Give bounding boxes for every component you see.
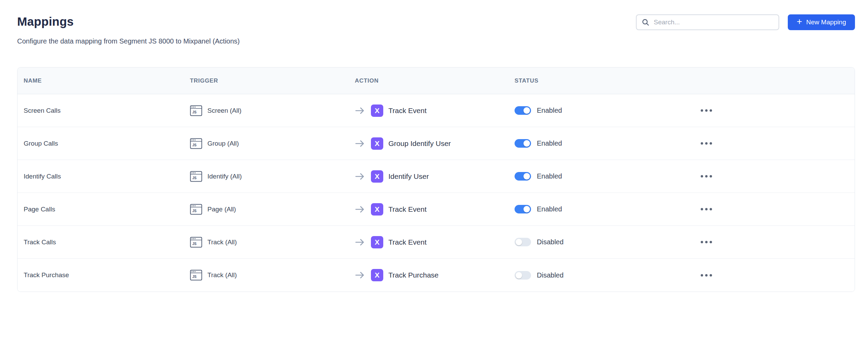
table-row: Track Calls JS Track (All) X Track Event…: [17, 226, 855, 259]
status-toggle[interactable]: [515, 238, 531, 246]
arrow-right-icon: [355, 238, 365, 246]
mapping-status: Disabled: [515, 238, 683, 246]
toggle-knob: [523, 206, 530, 212]
arrow-right-icon: [355, 172, 365, 181]
mapping-status: Enabled: [515, 205, 683, 213]
search-box[interactable]: [636, 14, 779, 30]
mapping-trigger: JS Identify (All): [190, 171, 355, 182]
status-label: Enabled: [537, 139, 562, 147]
mapping-name: Screen Calls: [24, 107, 190, 114]
status-label: Enabled: [537, 205, 562, 213]
action-label: Group Identify User: [388, 139, 451, 148]
status-label: Enabled: [537, 172, 562, 180]
ellipsis-icon: [701, 175, 703, 177]
mapping-trigger: JS Track (All): [190, 237, 355, 248]
status-toggle[interactable]: [515, 205, 531, 213]
status-toggle[interactable]: [515, 172, 531, 181]
action-label: Track Event: [388, 238, 426, 246]
toggle-knob: [516, 239, 522, 245]
search-input[interactable]: [654, 19, 774, 26]
mapping-name: Identify Calls: [24, 173, 190, 180]
new-mapping-label: New Mapping: [806, 19, 846, 26]
mapping-action: X Track Event: [355, 105, 515, 117]
mixpanel-icon: X: [371, 105, 383, 117]
row-menu-button[interactable]: [698, 238, 715, 246]
mapping-trigger: JS Page (All): [190, 204, 355, 215]
new-mapping-button[interactable]: + New Mapping: [788, 14, 855, 30]
action-label: Track Event: [388, 107, 426, 115]
arrow-right-icon: [355, 139, 365, 148]
mapping-name: Page Calls: [24, 206, 190, 213]
mapping-menu-cell: [683, 172, 855, 180]
action-label: Track Event: [388, 205, 426, 213]
mixpanel-icon: X: [371, 203, 383, 216]
mapping-status: Enabled: [515, 172, 683, 181]
table-header-row: NAME TRIGGER ACTION STATUS: [17, 67, 855, 94]
toggle-knob: [523, 140, 530, 147]
mapping-name: Track Purchase: [24, 271, 190, 279]
mapping-menu-cell: [683, 238, 855, 246]
plus-icon: +: [797, 17, 802, 26]
toggle-knob: [516, 272, 522, 279]
js-source-window-icon: JS: [190, 138, 202, 149]
mapping-trigger: JS Track (All): [190, 270, 355, 281]
svg-text:JS: JS: [192, 275, 197, 279]
mapping-trigger: JS Group (All): [190, 138, 355, 149]
table-row: Page Calls JS Page (All) X Track Event E…: [17, 193, 855, 226]
ellipsis-icon: [701, 208, 703, 210]
trigger-label: Track (All): [207, 238, 237, 246]
js-source-window-icon: JS: [190, 237, 202, 248]
action-label: Identify User: [388, 172, 429, 181]
mapping-action: X Track Event: [355, 203, 515, 216]
mapping-name: Track Calls: [24, 238, 190, 246]
toggle-knob: [523, 107, 530, 114]
svg-text:JS: JS: [192, 242, 197, 246]
mapping-name: Group Calls: [24, 140, 190, 147]
svg-text:JS: JS: [192, 143, 197, 147]
column-header-action: ACTION: [355, 77, 515, 84]
table-row: Track Purchase JS Track (All) X Track Pu…: [17, 259, 855, 292]
row-menu-button[interactable]: [698, 172, 715, 180]
trigger-label: Track (All): [207, 271, 237, 279]
toolbar: + New Mapping: [636, 14, 855, 30]
mixpanel-icon: X: [371, 170, 383, 183]
row-menu-button[interactable]: [698, 139, 715, 147]
mixpanel-icon: X: [371, 269, 383, 281]
row-menu-button[interactable]: [698, 271, 715, 279]
mapping-action: X Track Purchase: [355, 269, 515, 281]
arrow-right-icon: [355, 271, 365, 279]
status-toggle[interactable]: [515, 139, 531, 148]
mapping-action: X Identify User: [355, 170, 515, 183]
ellipsis-icon: [701, 142, 703, 145]
svg-text:JS: JS: [192, 110, 197, 114]
table-row: Screen Calls JS Screen (All) X Track Eve…: [17, 94, 855, 127]
js-source-window-icon: JS: [190, 171, 202, 182]
page-title: Mappings: [17, 14, 74, 29]
status-toggle[interactable]: [515, 271, 531, 280]
mapping-menu-cell: [683, 139, 855, 147]
status-toggle[interactable]: [515, 106, 531, 115]
toggle-knob: [523, 173, 530, 180]
arrow-right-icon: [355, 107, 365, 115]
mapping-action: X Group Identify User: [355, 137, 515, 150]
row-menu-button[interactable]: [698, 205, 715, 213]
column-header-status: STATUS: [515, 77, 683, 84]
action-label: Track Purchase: [388, 271, 438, 279]
mixpanel-icon: X: [371, 137, 383, 150]
page-header: Mappings + New Mapping: [17, 0, 855, 30]
mapping-menu-cell: [683, 271, 855, 279]
status-label: Disabled: [537, 238, 564, 246]
mappings-table: NAME TRIGGER ACTION STATUS Screen Calls …: [17, 67, 855, 292]
mapping-status: Disabled: [515, 271, 683, 280]
row-menu-button[interactable]: [698, 107, 715, 114]
ellipsis-icon: [701, 109, 703, 112]
trigger-label: Group (All): [207, 140, 239, 147]
trigger-label: Page (All): [207, 206, 236, 213]
trigger-label: Screen (All): [207, 107, 241, 114]
js-source-window-icon: JS: [190, 270, 202, 281]
search-icon: [641, 18, 650, 26]
trigger-label: Identify (All): [207, 173, 242, 180]
js-source-window-icon: JS: [190, 105, 202, 116]
ellipsis-icon: [701, 241, 703, 243]
mapping-menu-cell: [683, 107, 855, 114]
